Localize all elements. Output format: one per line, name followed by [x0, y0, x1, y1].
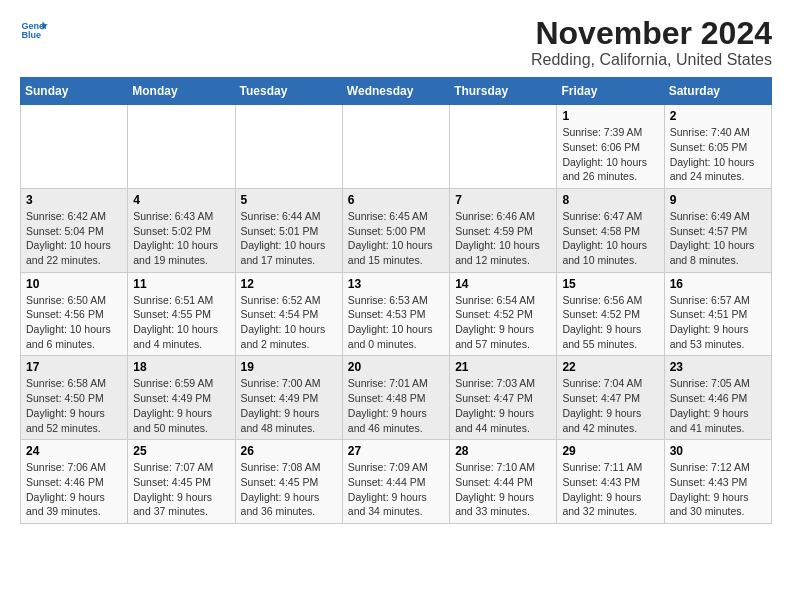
calendar-header: SundayMondayTuesdayWednesdayThursdayFrid…: [21, 78, 772, 105]
day-number: 15: [562, 277, 658, 291]
day-detail: Sunrise: 6:53 AM Sunset: 4:53 PM Dayligh…: [348, 293, 444, 352]
day-number: 17: [26, 360, 122, 374]
day-number: 1: [562, 109, 658, 123]
day-number: 23: [670, 360, 766, 374]
day-number: 26: [241, 444, 337, 458]
day-number: 30: [670, 444, 766, 458]
calendar-week-row: 10Sunrise: 6:50 AM Sunset: 4:56 PM Dayli…: [21, 272, 772, 356]
day-detail: Sunrise: 6:59 AM Sunset: 4:49 PM Dayligh…: [133, 376, 229, 435]
day-detail: Sunrise: 7:10 AM Sunset: 4:44 PM Dayligh…: [455, 460, 551, 519]
calendar-week-row: 17Sunrise: 6:58 AM Sunset: 4:50 PM Dayli…: [21, 356, 772, 440]
calendar-cell: [450, 105, 557, 189]
calendar-cell: 21Sunrise: 7:03 AM Sunset: 4:47 PM Dayli…: [450, 356, 557, 440]
day-number: 16: [670, 277, 766, 291]
calendar-cell: 1Sunrise: 7:39 AM Sunset: 6:06 PM Daylig…: [557, 105, 664, 189]
calendar-cell: 10Sunrise: 6:50 AM Sunset: 4:56 PM Dayli…: [21, 272, 128, 356]
weekday-header: Tuesday: [235, 78, 342, 105]
day-number: 3: [26, 193, 122, 207]
logo: General Blue: [20, 16, 48, 44]
day-number: 25: [133, 444, 229, 458]
page-title: November 2024: [531, 16, 772, 51]
day-number: 7: [455, 193, 551, 207]
day-number: 6: [348, 193, 444, 207]
weekday-header: Saturday: [664, 78, 771, 105]
day-number: 27: [348, 444, 444, 458]
day-detail: Sunrise: 6:49 AM Sunset: 4:57 PM Dayligh…: [670, 209, 766, 268]
calendar-cell: [128, 105, 235, 189]
day-detail: Sunrise: 6:46 AM Sunset: 4:59 PM Dayligh…: [455, 209, 551, 268]
calendar-cell: 14Sunrise: 6:54 AM Sunset: 4:52 PM Dayli…: [450, 272, 557, 356]
calendar-cell: 12Sunrise: 6:52 AM Sunset: 4:54 PM Dayli…: [235, 272, 342, 356]
calendar-body: 1Sunrise: 7:39 AM Sunset: 6:06 PM Daylig…: [21, 105, 772, 524]
day-number: 18: [133, 360, 229, 374]
day-detail: Sunrise: 6:43 AM Sunset: 5:02 PM Dayligh…: [133, 209, 229, 268]
day-number: 29: [562, 444, 658, 458]
calendar-cell: 24Sunrise: 7:06 AM Sunset: 4:46 PM Dayli…: [21, 440, 128, 524]
day-number: 10: [26, 277, 122, 291]
calendar-cell: 23Sunrise: 7:05 AM Sunset: 4:46 PM Dayli…: [664, 356, 771, 440]
calendar-cell: 4Sunrise: 6:43 AM Sunset: 5:02 PM Daylig…: [128, 188, 235, 272]
calendar-cell: 7Sunrise: 6:46 AM Sunset: 4:59 PM Daylig…: [450, 188, 557, 272]
calendar-cell: 2Sunrise: 7:40 AM Sunset: 6:05 PM Daylig…: [664, 105, 771, 189]
day-detail: Sunrise: 6:56 AM Sunset: 4:52 PM Dayligh…: [562, 293, 658, 352]
day-number: 19: [241, 360, 337, 374]
day-detail: Sunrise: 7:40 AM Sunset: 6:05 PM Dayligh…: [670, 125, 766, 184]
day-detail: Sunrise: 7:05 AM Sunset: 4:46 PM Dayligh…: [670, 376, 766, 435]
day-detail: Sunrise: 6:47 AM Sunset: 4:58 PM Dayligh…: [562, 209, 658, 268]
day-detail: Sunrise: 7:08 AM Sunset: 4:45 PM Dayligh…: [241, 460, 337, 519]
day-number: 28: [455, 444, 551, 458]
day-number: 14: [455, 277, 551, 291]
calendar-cell: 11Sunrise: 6:51 AM Sunset: 4:55 PM Dayli…: [128, 272, 235, 356]
weekday-header: Friday: [557, 78, 664, 105]
day-number: 2: [670, 109, 766, 123]
calendar-table: SundayMondayTuesdayWednesdayThursdayFrid…: [20, 77, 772, 524]
day-detail: Sunrise: 7:07 AM Sunset: 4:45 PM Dayligh…: [133, 460, 229, 519]
title-block: November 2024 Redding, California, Unite…: [531, 16, 772, 69]
page-subtitle: Redding, California, United States: [531, 51, 772, 69]
day-number: 12: [241, 277, 337, 291]
day-detail: Sunrise: 7:03 AM Sunset: 4:47 PM Dayligh…: [455, 376, 551, 435]
day-detail: Sunrise: 6:57 AM Sunset: 4:51 PM Dayligh…: [670, 293, 766, 352]
calendar-cell: 19Sunrise: 7:00 AM Sunset: 4:49 PM Dayli…: [235, 356, 342, 440]
calendar-cell: 20Sunrise: 7:01 AM Sunset: 4:48 PM Dayli…: [342, 356, 449, 440]
day-detail: Sunrise: 6:45 AM Sunset: 5:00 PM Dayligh…: [348, 209, 444, 268]
calendar-cell: 16Sunrise: 6:57 AM Sunset: 4:51 PM Dayli…: [664, 272, 771, 356]
calendar-cell: 27Sunrise: 7:09 AM Sunset: 4:44 PM Dayli…: [342, 440, 449, 524]
calendar-cell: 17Sunrise: 6:58 AM Sunset: 4:50 PM Dayli…: [21, 356, 128, 440]
calendar-cell: 26Sunrise: 7:08 AM Sunset: 4:45 PM Dayli…: [235, 440, 342, 524]
day-detail: Sunrise: 6:42 AM Sunset: 5:04 PM Dayligh…: [26, 209, 122, 268]
calendar-cell: 28Sunrise: 7:10 AM Sunset: 4:44 PM Dayli…: [450, 440, 557, 524]
calendar-cell: [342, 105, 449, 189]
day-detail: Sunrise: 6:52 AM Sunset: 4:54 PM Dayligh…: [241, 293, 337, 352]
day-detail: Sunrise: 7:04 AM Sunset: 4:47 PM Dayligh…: [562, 376, 658, 435]
calendar-cell: 15Sunrise: 6:56 AM Sunset: 4:52 PM Dayli…: [557, 272, 664, 356]
day-detail: Sunrise: 6:44 AM Sunset: 5:01 PM Dayligh…: [241, 209, 337, 268]
day-detail: Sunrise: 7:12 AM Sunset: 4:43 PM Dayligh…: [670, 460, 766, 519]
day-detail: Sunrise: 6:58 AM Sunset: 4:50 PM Dayligh…: [26, 376, 122, 435]
day-number: 21: [455, 360, 551, 374]
day-number: 20: [348, 360, 444, 374]
day-number: 24: [26, 444, 122, 458]
day-detail: Sunrise: 7:01 AM Sunset: 4:48 PM Dayligh…: [348, 376, 444, 435]
calendar-cell: 3Sunrise: 6:42 AM Sunset: 5:04 PM Daylig…: [21, 188, 128, 272]
calendar-cell: 18Sunrise: 6:59 AM Sunset: 4:49 PM Dayli…: [128, 356, 235, 440]
day-detail: Sunrise: 6:54 AM Sunset: 4:52 PM Dayligh…: [455, 293, 551, 352]
day-detail: Sunrise: 7:39 AM Sunset: 6:06 PM Dayligh…: [562, 125, 658, 184]
page-header: General Blue November 2024 Redding, Cali…: [20, 16, 772, 69]
calendar-cell: 29Sunrise: 7:11 AM Sunset: 4:43 PM Dayli…: [557, 440, 664, 524]
weekday-header: Sunday: [21, 78, 128, 105]
day-number: 11: [133, 277, 229, 291]
day-number: 9: [670, 193, 766, 207]
calendar-cell: 22Sunrise: 7:04 AM Sunset: 4:47 PM Dayli…: [557, 356, 664, 440]
day-number: 13: [348, 277, 444, 291]
calendar-week-row: 3Sunrise: 6:42 AM Sunset: 5:04 PM Daylig…: [21, 188, 772, 272]
logo-icon: General Blue: [20, 16, 48, 44]
calendar-cell: 30Sunrise: 7:12 AM Sunset: 4:43 PM Dayli…: [664, 440, 771, 524]
day-detail: Sunrise: 7:11 AM Sunset: 4:43 PM Dayligh…: [562, 460, 658, 519]
weekday-header: Monday: [128, 78, 235, 105]
calendar-cell: [235, 105, 342, 189]
day-number: 5: [241, 193, 337, 207]
weekday-header: Wednesday: [342, 78, 449, 105]
day-detail: Sunrise: 7:00 AM Sunset: 4:49 PM Dayligh…: [241, 376, 337, 435]
weekday-header: Thursday: [450, 78, 557, 105]
